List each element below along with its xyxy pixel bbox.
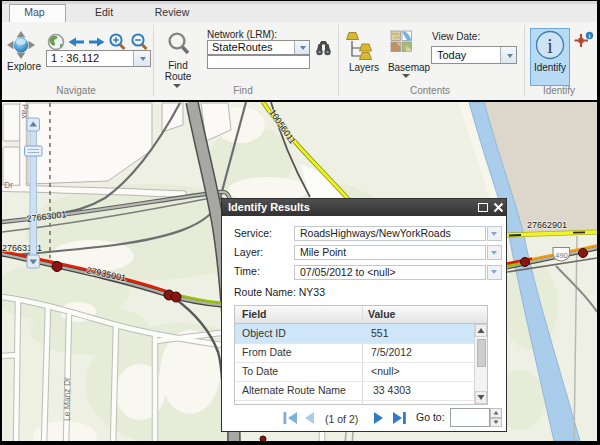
svg-text:Dr: Dr — [4, 180, 13, 190]
svg-text:Pax: Pax — [20, 104, 30, 119]
svg-text:Le Manz Dr: Le Manz Dr — [62, 377, 72, 421]
svg-text:490: 490 — [555, 251, 568, 260]
svg-text:27662901: 27662901 — [527, 220, 567, 230]
svg-text:i: i — [547, 35, 553, 57]
svg-text:(1 of 2): (1 of 2) — [325, 413, 358, 425]
